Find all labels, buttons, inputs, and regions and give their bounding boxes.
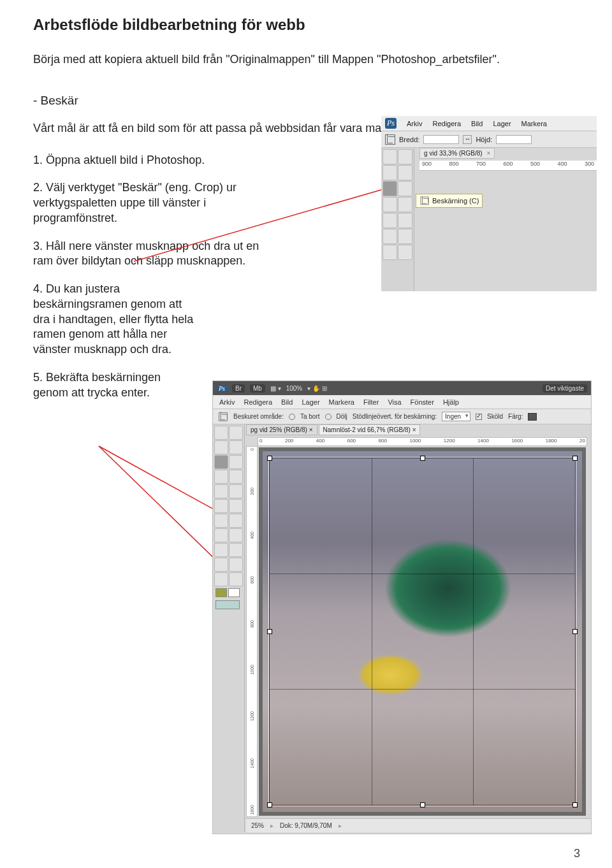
crop-handle-tr[interactable] bbox=[572, 456, 578, 461]
minibridge-button[interactable]: Mb bbox=[250, 384, 265, 393]
blur-tool[interactable] bbox=[382, 245, 397, 260]
crop-handle-br[interactable] bbox=[572, 802, 578, 807]
tick: 600 bbox=[250, 576, 254, 584]
radio-hide[interactable] bbox=[325, 414, 332, 420]
camera3d-tool[interactable] bbox=[229, 558, 243, 572]
crop-tooltip: Beskärning (C) bbox=[416, 194, 483, 208]
gradient-tool[interactable] bbox=[229, 499, 243, 513]
menu-arkiv[interactable]: Arkiv bbox=[407, 120, 422, 127]
crop-handle-bl[interactable] bbox=[267, 802, 272, 807]
height-input[interactable] bbox=[496, 135, 532, 144]
menu-lager[interactable]: Lager bbox=[302, 398, 319, 406]
eraser-tool[interactable] bbox=[214, 499, 228, 513]
eyedropper-tool[interactable] bbox=[229, 455, 243, 469]
gradient-tool[interactable] bbox=[398, 229, 412, 244]
menu-visa[interactable]: Visa bbox=[388, 398, 401, 406]
zoom-value[interactable]: 100% bbox=[286, 385, 303, 392]
crop-handle-bm[interactable] bbox=[420, 802, 425, 807]
tab-label: Namnlöst-2 vid 66,7% (RGB/8) bbox=[323, 426, 411, 433]
crop-frame[interactable] bbox=[269, 458, 576, 806]
quick-mask-icon[interactable] bbox=[215, 600, 240, 609]
document-tab[interactable]: g vid 33,3% (RGB/8) × bbox=[419, 148, 495, 159]
lasso-tool[interactable] bbox=[382, 165, 397, 180]
shield-checkbox[interactable] bbox=[476, 414, 482, 420]
width-label: Bredd: bbox=[399, 136, 419, 143]
path-tool[interactable] bbox=[214, 543, 228, 557]
radio-delete[interactable] bbox=[289, 414, 295, 420]
stamp-tool[interactable] bbox=[214, 484, 228, 498]
ps-logo-icon: Ps bbox=[217, 385, 227, 392]
menu-markera[interactable]: Markera bbox=[329, 398, 354, 406]
object3d-tool[interactable] bbox=[214, 558, 228, 572]
menu-hjalp[interactable]: Hjälp bbox=[443, 398, 459, 406]
shape-tool[interactable] bbox=[229, 543, 243, 557]
menu-arkiv[interactable]: Arkiv bbox=[219, 398, 235, 406]
stamp-tool[interactable] bbox=[382, 213, 397, 228]
wand-tool[interactable] bbox=[398, 165, 412, 180]
menu-lager[interactable]: Lager bbox=[493, 120, 511, 127]
menu-redigera[interactable]: Redigera bbox=[244, 398, 272, 406]
crop-tool[interactable] bbox=[382, 181, 397, 196]
marquee-tool[interactable] bbox=[229, 426, 243, 440]
crop-handle-tl[interactable] bbox=[267, 456, 272, 461]
close-icon[interactable]: × bbox=[412, 426, 416, 433]
document-tab-label: g vid 33,3% (RGB/8) bbox=[424, 150, 483, 157]
move-tool[interactable] bbox=[214, 426, 228, 440]
fg-swatch[interactable] bbox=[215, 588, 227, 597]
blur-tool[interactable] bbox=[214, 514, 228, 528]
wand-tool[interactable] bbox=[229, 440, 243, 454]
bridge-button[interactable]: Br bbox=[232, 384, 245, 393]
close-icon[interactable]: × bbox=[309, 426, 313, 433]
canvas[interactable] bbox=[259, 447, 586, 816]
workspace-button[interactable]: Det viktigaste bbox=[543, 384, 587, 393]
tick: 1400 bbox=[250, 758, 254, 769]
type-tool[interactable] bbox=[229, 528, 243, 542]
crop-handle-mr[interactable] bbox=[572, 629, 578, 634]
menu-bild[interactable]: Bild bbox=[281, 398, 293, 406]
history-brush-tool[interactable] bbox=[229, 484, 243, 498]
tick: 1000 bbox=[409, 438, 421, 445]
crop-tool[interactable] bbox=[214, 455, 228, 469]
step-3: 3. Håll nere vänster musknapp och dra ut… bbox=[33, 239, 269, 270]
crop-handle-tm[interactable] bbox=[420, 456, 425, 461]
menu-fonster[interactable]: Fönster bbox=[411, 398, 434, 406]
crop-handle-ml[interactable] bbox=[267, 629, 272, 634]
menu-bar: Arkiv Redigera Bild Lager Markera Filter… bbox=[213, 395, 591, 409]
pen-tool[interactable] bbox=[214, 528, 228, 542]
dodge-tool[interactable] bbox=[398, 245, 412, 260]
marquee-tool[interactable] bbox=[398, 149, 412, 164]
zoom-readout[interactable]: 25% bbox=[251, 822, 264, 829]
brush-tool[interactable] bbox=[229, 470, 243, 484]
tick: 1600 bbox=[511, 438, 523, 445]
hand-tool[interactable] bbox=[214, 572, 228, 586]
heal-tool[interactable] bbox=[214, 470, 228, 484]
move-tool[interactable] bbox=[382, 149, 397, 164]
width-input[interactable] bbox=[423, 135, 459, 144]
ruler-horizontal: 900 800 700 600 500 400 300 bbox=[419, 161, 597, 171]
height-label: Höjd: bbox=[476, 136, 492, 143]
menu-filter[interactable]: Filter bbox=[363, 398, 379, 406]
document-tab-2[interactable]: Namnlöst-2 vid 66,7% (RGB/8) × bbox=[319, 424, 421, 435]
eyedropper-tool[interactable] bbox=[398, 181, 412, 196]
radio-delete-label: Ta bort bbox=[300, 413, 320, 420]
bg-swatch[interactable] bbox=[228, 588, 240, 597]
guide-overlay-select[interactable]: Ingen bbox=[442, 412, 470, 421]
intro-text: Börja med att kopiera aktuell bild från … bbox=[33, 52, 579, 67]
zoom-tool[interactable] bbox=[229, 572, 243, 586]
swap-dimensions-icon[interactable] bbox=[463, 135, 472, 144]
menu-redigera[interactable]: Redigera bbox=[432, 120, 461, 127]
heal-tool[interactable] bbox=[382, 197, 397, 212]
history-brush-tool[interactable] bbox=[398, 213, 412, 228]
brush-tool[interactable] bbox=[398, 197, 412, 212]
menu-markera[interactable]: Markera bbox=[521, 120, 547, 127]
eraser-tool[interactable] bbox=[382, 229, 397, 244]
lasso-tool[interactable] bbox=[214, 440, 228, 454]
document-tab-1[interactable]: pg vid 25% (RGB/8) × bbox=[246, 424, 317, 435]
crop-tool-icon[interactable] bbox=[385, 134, 395, 145]
close-icon[interactable]: × bbox=[487, 150, 491, 157]
menu-bild[interactable]: Bild bbox=[471, 120, 483, 127]
crop-tool-icon[interactable] bbox=[219, 412, 228, 421]
tick: 600 bbox=[503, 161, 513, 170]
shield-color-swatch[interactable] bbox=[528, 413, 537, 421]
dodge-tool[interactable] bbox=[229, 514, 243, 528]
